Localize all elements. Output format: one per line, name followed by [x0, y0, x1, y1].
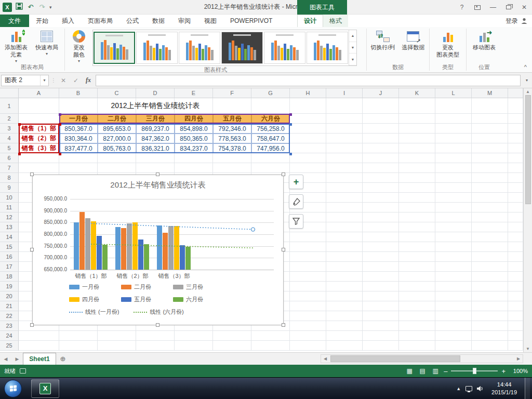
move-chart-button[interactable]: ➜ 移动图表: [469, 29, 499, 51]
tab-开始[interactable]: 开始: [29, 15, 55, 27]
chart-selection-handle[interactable]: [282, 323, 285, 327]
chart-bar[interactable]: [138, 240, 143, 270]
sheet-nav-right-icon[interactable]: ▶: [11, 353, 23, 365]
switch-row-column-button[interactable]: ⇄ 切换行/列: [368, 29, 398, 51]
redo-icon[interactable]: ↷: [38, 3, 46, 11]
chart-selection-handle[interactable]: [156, 172, 159, 176]
quick-layout-button[interactable]: 快速布局 ▾: [32, 29, 62, 56]
show-desktop-button[interactable]: [525, 378, 530, 399]
chart-selection-handle[interactable]: [282, 248, 285, 251]
scroll-left-icon[interactable]: ◀: [321, 356, 329, 361]
value-cell[interactable]: 850,365.0: [175, 134, 213, 143]
scroll-down-icon[interactable]: ▼: [526, 347, 530, 351]
legend-entry[interactable]: 五月份: [121, 296, 151, 303]
horizontal-scroll-thumb[interactable]: [330, 355, 460, 362]
legend-entry[interactable]: 三月份: [173, 283, 203, 291]
tab-审阅[interactable]: 审阅: [171, 15, 197, 27]
month-header[interactable]: 二月份: [98, 114, 136, 124]
chart-style-thumbnail[interactable]: [264, 32, 305, 64]
normal-view-icon[interactable]: ▦: [405, 367, 414, 375]
month-header[interactable]: 三月份: [136, 114, 175, 124]
chart-bar[interactable]: [102, 245, 108, 270]
chart-selection-handle[interactable]: [30, 323, 34, 327]
value-cell[interactable]: 778,563.0: [213, 134, 251, 143]
enter-icon[interactable]: ✓: [71, 77, 81, 84]
month-header[interactable]: 一月份: [59, 114, 98, 124]
chart-bar[interactable]: [85, 218, 90, 270]
chart-filters-button[interactable]: [289, 214, 303, 229]
value-cell[interactable]: 847,362.0: [136, 134, 175, 143]
taskbar-excel-button[interactable]: X: [31, 379, 59, 398]
value-cell[interactable]: 758,647.0: [251, 134, 290, 143]
legend-entry[interactable]: 线性 (一月份): [69, 308, 119, 316]
value-cell[interactable]: 747,956.0: [251, 143, 290, 153]
legend-entry[interactable]: 四月份: [69, 296, 99, 303]
qat-dropdown-icon[interactable]: ▾: [49, 5, 52, 10]
tab-格式[interactable]: 格式: [323, 15, 348, 27]
y-axis-label[interactable]: 950,000.0: [34, 196, 67, 202]
name-box-dropdown-icon[interactable]: ▾: [40, 75, 48, 86]
scroll-up-icon[interactable]: ▲: [526, 89, 530, 94]
chart-bar[interactable]: [163, 233, 168, 270]
undo-icon[interactable]: ↶: [26, 3, 35, 11]
y-axis-label[interactable]: 900,000.0: [34, 208, 67, 214]
category-axis-label[interactable]: 销售（3）部: [153, 272, 195, 280]
embedded-chart[interactable]: 2012上半年销售业绩统计表950,000.0900,000.0850,000.…: [32, 175, 284, 325]
restore-icon[interactable]: [501, 0, 516, 15]
chart-elements-button[interactable]: +: [289, 175, 303, 189]
chart-selection-handle[interactable]: [30, 248, 34, 251]
page-layout-view-icon[interactable]: ▤: [418, 367, 427, 375]
y-axis-label[interactable]: 850,000.0: [34, 219, 67, 225]
page-break-view-icon[interactable]: ▥: [431, 367, 440, 375]
chart-style-thumbnail[interactable]: [307, 32, 348, 64]
tab-公式[interactable]: 公式: [119, 15, 145, 27]
network-icon[interactable]: [466, 386, 472, 391]
chart-bar[interactable]: [132, 222, 138, 270]
sheet-tab-sheet1[interactable]: Sheet1: [23, 353, 56, 365]
value-cell[interactable]: 869,237.0: [136, 124, 175, 134]
category-axis-label[interactable]: 销售（1）部: [70, 272, 112, 280]
zoom-in-icon[interactable]: +: [501, 367, 506, 375]
chart-style-thumbnail[interactable]: [179, 32, 220, 64]
chart-bar[interactable]: [115, 227, 121, 270]
value-cell[interactable]: 830,364.0: [59, 134, 98, 143]
chart-bar[interactable]: [91, 221, 96, 270]
sign-in[interactable]: 登录: [506, 15, 528, 27]
formula-input[interactable]: [96, 75, 521, 86]
chart-selection-handle[interactable]: [282, 172, 285, 176]
chart-bar[interactable]: [97, 236, 102, 270]
tab-数据[interactable]: 数据: [145, 15, 171, 27]
tab-页面布局[interactable]: 页面布局: [81, 15, 119, 27]
change-colors-button[interactable]: 更改 颜色 ▾: [66, 29, 92, 63]
chart-bar[interactable]: [127, 223, 132, 270]
select-data-button[interactable]: 选择数据: [398, 29, 429, 51]
value-cell[interactable]: 756,258.0: [251, 124, 290, 134]
y-axis-label[interactable]: 750,000.0: [34, 243, 67, 249]
legend-entry[interactable]: 六月份: [173, 296, 203, 303]
chart-selection-handle[interactable]: [30, 172, 34, 176]
month-header[interactable]: 六月份: [251, 114, 290, 124]
chart-bar[interactable]: [157, 225, 162, 270]
vertical-scroll-thumb[interactable]: [525, 95, 531, 204]
insert-function-icon[interactable]: fx: [83, 76, 94, 84]
dept-name-cell[interactable]: 销售（3）部: [19, 143, 59, 153]
chart-bar[interactable]: [79, 212, 85, 270]
add-chart-element-button[interactable]: + 添加图表 元素 ▾: [1, 29, 31, 63]
taskbar-clock[interactable]: 14:44 2015/1/19: [488, 381, 520, 396]
ribbon-display-options-icon[interactable]: [470, 0, 485, 15]
macro-record-icon[interactable]: [20, 368, 26, 374]
chart-bar[interactable]: [121, 228, 126, 270]
month-header[interactable]: 五月份: [213, 114, 251, 124]
chart-style-thumbnail[interactable]: [136, 32, 178, 64]
zoom-slider-thumb[interactable]: [473, 368, 476, 374]
chart-style-thumbnail[interactable]: [94, 32, 135, 64]
sheet-nav-left-icon[interactable]: ◀: [0, 353, 11, 365]
value-cell[interactable]: 754,378.0: [213, 143, 251, 153]
tab-视图[interactable]: 视图: [197, 15, 223, 27]
value-cell[interactable]: 854,898.0: [175, 124, 213, 134]
change-chart-type-button[interactable]: 更改 图表类型: [433, 29, 463, 59]
value-cell[interactable]: 895,653.0: [98, 124, 136, 134]
value-cell[interactable]: 836,321.0: [136, 143, 175, 153]
legend-entry[interactable]: 线性 (六月份): [134, 308, 183, 316]
zoom-out-icon[interactable]: –: [444, 367, 447, 375]
